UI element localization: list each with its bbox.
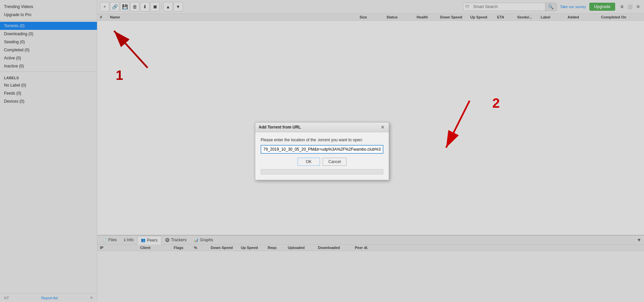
modal-title: Add Torrent from URL	[259, 125, 301, 130]
modal-progress-bar	[261, 169, 383, 174]
modal-buttons: OK Cancel	[261, 158, 383, 166]
add-url-modal: Add Torrent from URL ✕ Please enter the …	[255, 122, 389, 180]
url-input[interactable]	[261, 145, 383, 154]
modal-ok-button[interactable]: OK	[298, 158, 320, 166]
modal-close-button[interactable]: ✕	[380, 124, 385, 130]
modal-body: Please enter the location of the .torren…	[255, 132, 389, 180]
modal-instruction: Please enter the location of the .torren…	[261, 138, 383, 142]
svg-line-3	[446, 101, 470, 148]
modal-cancel-button[interactable]: Cancel	[323, 158, 346, 166]
annotation-arrow-2	[443, 94, 510, 161]
modal-overlay: 2 Add Torrent from URL ✕ Please enter th…	[0, 0, 644, 302]
modal-titlebar: Add Torrent from URL ✕	[255, 122, 389, 132]
annotation-number-2: 2	[492, 96, 500, 111]
